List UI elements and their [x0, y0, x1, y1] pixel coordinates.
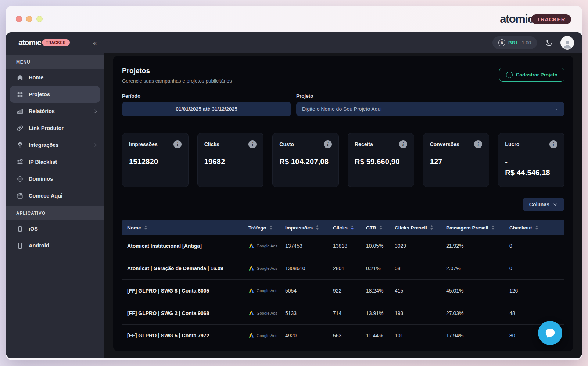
- sidebar-item-label: Integrações: [29, 142, 58, 148]
- info-icon[interactable]: i: [324, 140, 332, 148]
- info-icon[interactable]: i: [474, 140, 482, 148]
- stat-value: 1512820: [129, 156, 182, 167]
- sidebar-item-label: Domínios: [29, 176, 53, 182]
- column-header-checkout[interactable]: Checkout: [509, 225, 564, 231]
- sort-icon[interactable]: [351, 225, 354, 230]
- smartphone-icon: [16, 242, 24, 249]
- dollar-circle-icon: $: [498, 39, 505, 46]
- cell-ctr: 11.44%: [366, 333, 395, 338]
- traffic-source-label: Google Ads: [257, 311, 277, 315]
- clapperboard-icon: [16, 192, 24, 199]
- cell-clicks-presell: 3029: [395, 243, 446, 249]
- table-row[interactable]: [FF] GLPRO | SWG 8 | Conta 6005 Google A…: [122, 280, 564, 302]
- column-label: Passagem Presell: [446, 225, 488, 231]
- sort-icon[interactable]: [535, 225, 538, 230]
- project-select[interactable]: Digite o Nome do Seu Projeto Aqui: [296, 102, 564, 116]
- minimize-window-button[interactable]: [26, 16, 32, 22]
- sort-icon[interactable]: [430, 225, 433, 230]
- home-icon: [16, 74, 24, 81]
- period-date-range-input[interactable]: 01/01/2025 até 31/12/2025: [122, 102, 291, 116]
- sidebar-item-home[interactable]: Home: [6, 69, 104, 86]
- sort-icon[interactable]: [144, 225, 147, 230]
- info-icon[interactable]: i: [248, 140, 257, 148]
- cell-clicks-presell: 101: [395, 333, 446, 338]
- stat-card-conversoes: Conversões i 127: [423, 133, 490, 187]
- maximize-window-button[interactable]: [36, 16, 43, 22]
- info-icon[interactable]: i: [173, 140, 182, 148]
- main-area: $ BRL 1.00 Projetos: [104, 32, 582, 358]
- column-label: Checkout: [509, 225, 532, 231]
- stat-card-custo: Custo i R$ 104.207,08: [272, 133, 339, 187]
- column-header-impressoes[interactable]: Impressões: [285, 225, 333, 231]
- app-window: atomic TRACKER atomic TRACKER « MENU Hom…: [6, 6, 582, 360]
- column-header-nome[interactable]: Nome: [122, 225, 248, 231]
- brand-logo: atomic TRACKER: [500, 12, 571, 26]
- cell-impressoes: 4920: [285, 333, 333, 338]
- cell-trafego: Google Ads: [248, 288, 285, 294]
- sidebar-item-label: Projetos: [29, 91, 50, 97]
- stat-label: Conversões: [430, 141, 459, 147]
- column-header-passagem-presell[interactable]: Passagem Presell: [446, 225, 509, 231]
- stat-value-line2: R$ 44.546,18: [505, 167, 557, 178]
- app-header: $ BRL 1.00: [104, 32, 582, 53]
- info-icon[interactable]: i: [549, 140, 557, 148]
- google-ads-icon: [248, 333, 254, 338]
- table-row[interactable]: Atomicat Institucional [Antiga] Google A…: [122, 235, 564, 257]
- user-avatar[interactable]: [560, 36, 574, 50]
- chevron-down-icon: [555, 107, 559, 112]
- column-header-ctr[interactable]: CTR: [366, 225, 395, 231]
- table-row[interactable]: [FF] GLPRO | SWG 2 | Conta 9068 Google A…: [122, 302, 564, 325]
- sidebar-item-dominios[interactable]: Domínios: [6, 170, 104, 187]
- column-header-clicks[interactable]: Clicks: [333, 225, 366, 231]
- sort-icon[interactable]: [379, 225, 383, 230]
- sidebar-item-integracoes[interactable]: Integrações: [6, 137, 104, 153]
- cell-passagem-presell: 27.03%: [446, 310, 509, 316]
- sidebar-item-ios[interactable]: iOS: [6, 220, 104, 237]
- cell-checkout: 48: [509, 310, 564, 316]
- sidebar-item-relatorios[interactable]: Relatórios: [6, 103, 104, 120]
- stats-cards: Impressões i 1512820 Clicks i 19682: [122, 133, 564, 187]
- brand-wordmark: atomic: [18, 38, 41, 47]
- column-header-clicks-presell[interactable]: Clicks Presell: [395, 225, 446, 231]
- column-label: CTR: [366, 225, 376, 231]
- sidebar-item-ip-blacklist[interactable]: IP Blacklist: [6, 153, 104, 170]
- columns-button[interactable]: Colunas: [523, 198, 564, 211]
- link-icon: [16, 124, 24, 132]
- register-project-label: Cadastrar Projeto: [516, 72, 557, 77]
- cell-trafego: Google Ads: [248, 243, 285, 249]
- sort-icon[interactable]: [491, 225, 495, 230]
- table-row[interactable]: Atomicat | Geração de Demanda | 16.09 Go…: [122, 257, 564, 280]
- currency-selector[interactable]: $ BRL 1.00: [492, 36, 537, 49]
- cell-ctr: 13.91%: [366, 310, 395, 316]
- cell-nome: [FF] GLPRO | SWG 2 | Conta 9068: [122, 310, 248, 316]
- sidebar-item-android[interactable]: Android: [6, 237, 104, 254]
- column-header-trafego[interactable]: Tráfego: [248, 225, 285, 231]
- column-label: Tráfego: [248, 225, 266, 231]
- google-ads-icon: [248, 265, 254, 271]
- chevron-down-icon: [553, 202, 558, 207]
- sidebar-item-link-produtor[interactable]: Link Produtor: [6, 120, 104, 137]
- chat-widget-button[interactable]: [538, 321, 562, 345]
- register-project-button[interactable]: Cadastrar Projeto: [499, 68, 564, 82]
- sidebar-item-label: Relatórios: [29, 108, 55, 114]
- stat-label: Receita: [355, 141, 373, 147]
- stat-label: Custo: [279, 141, 294, 147]
- project-filter: Projeto Digite o Nome do Seu Projeto Aqu…: [296, 93, 564, 116]
- projects-table: Nome Tráfego Impressões: [122, 220, 564, 347]
- stat-label: Lucro: [505, 141, 519, 147]
- sidebar-item-comece-aqui[interactable]: Comece Aqui: [6, 187, 104, 204]
- column-label: Clicks Presell: [395, 225, 427, 231]
- table-row[interactable]: [FF] GLPRO | SWG 5 | Conta 7972 Google A…: [122, 325, 564, 347]
- stat-value: 127: [430, 156, 483, 167]
- close-window-button[interactable]: [16, 16, 22, 22]
- theme-toggle-button[interactable]: [542, 36, 556, 50]
- cell-clicks-presell: 415: [395, 288, 446, 294]
- projects-panel: Projetos Gerencie suas campanhas e proje…: [113, 56, 573, 351]
- sort-icon[interactable]: [316, 225, 319, 230]
- sidebar-collapse-icon[interactable]: «: [93, 39, 97, 46]
- cell-impressoes: 137453: [285, 243, 333, 249]
- sort-icon[interactable]: [269, 225, 273, 230]
- cell-impressoes: 1308610: [285, 265, 333, 271]
- sidebar-item-projetos[interactable]: Projetos: [10, 86, 100, 103]
- info-icon[interactable]: i: [399, 140, 407, 148]
